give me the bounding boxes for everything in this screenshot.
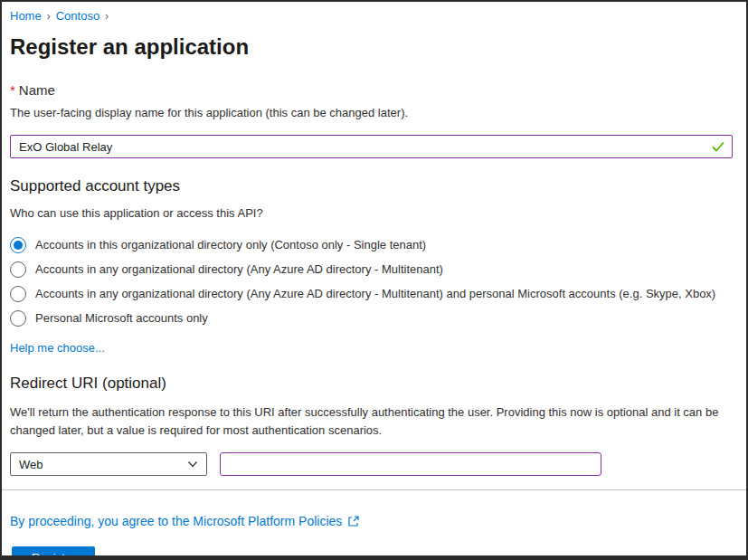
register-application-page: Home › Contoso › Register an application… — [0, 0, 748, 560]
platform-select-value: Web — [19, 458, 43, 471]
name-field-description: The user-facing display name for this ap… — [10, 106, 738, 120]
page-title: Register an application — [10, 33, 738, 61]
redirect-uri-description: We'll return the authentication response… — [10, 403, 738, 440]
redirect-uri-heading: Redirect URI (optional) — [10, 374, 738, 393]
breadcrumb-contoso-link[interactable]: Contoso — [56, 9, 99, 23]
policy-statement: By proceeding, you agree to the Microsof… — [10, 514, 738, 528]
name-field-label: *Name — [10, 82, 738, 99]
radio-option-label: Personal Microsoft accounts only — [35, 311, 208, 325]
platform-policies-link[interactable]: By proceeding, you agree to the Microsof… — [10, 514, 342, 528]
radio-option-personal-only[interactable]: Personal Microsoft accounts only — [10, 306, 738, 330]
account-types-question: Who can use this application or access t… — [10, 206, 738, 220]
radio-option-multitenant-personal[interactable]: Accounts in any organizational directory… — [10, 281, 738, 306]
application-name-input[interactable] — [10, 135, 733, 158]
supported-account-types-heading: Supported account types — [10, 176, 738, 195]
breadcrumb-separator-icon: › — [47, 10, 51, 23]
radio-option-label: Accounts in any organizational directory… — [35, 262, 443, 276]
radio-icon[interactable] — [10, 261, 26, 278]
radio-option-multitenant[interactable]: Accounts in any organizational directory… — [10, 257, 738, 281]
chevron-down-icon — [187, 459, 198, 470]
breadcrumb-home-link[interactable]: Home — [10, 9, 42, 23]
account-type-radio-group: Accounts in this organizational director… — [10, 233, 738, 330]
register-button[interactable]: Register — [12, 546, 95, 560]
platform-select[interactable]: Web — [10, 452, 207, 476]
checkmark-icon — [711, 139, 725, 154]
radio-option-label: Accounts in this organizational director… — [35, 238, 426, 252]
external-link-icon — [347, 515, 360, 527]
redirect-uri-input[interactable] — [220, 452, 601, 476]
breadcrumb: Home › Contoso › — [10, 2, 738, 23]
radio-option-label: Accounts in any organizational directory… — [35, 287, 715, 300]
radio-icon[interactable] — [10, 286, 26, 302]
radio-icon[interactable] — [10, 310, 26, 327]
radio-icon[interactable] — [10, 237, 26, 253]
footer-divider — [2, 489, 746, 490]
radio-option-single-tenant[interactable]: Accounts in this organizational director… — [10, 233, 738, 257]
breadcrumb-separator-icon: › — [105, 10, 109, 23]
required-asterisk: * — [10, 82, 15, 98]
help-me-choose-link[interactable]: Help me choose... — [10, 341, 105, 355]
